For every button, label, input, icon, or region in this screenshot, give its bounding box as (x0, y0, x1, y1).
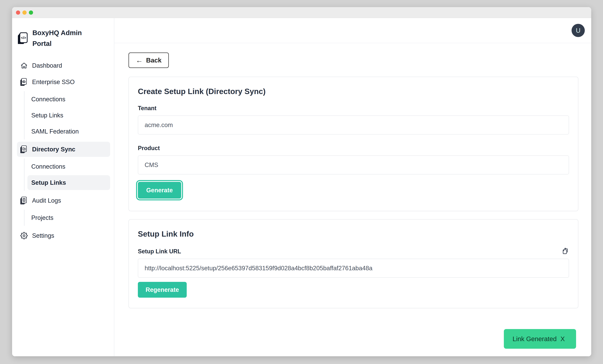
sidebar-item-label: Audit Logs (32, 197, 61, 204)
sidebar-item-directory-sync[interactable]: Directory Sync (17, 142, 110, 157)
generate-button[interactable]: Generate (138, 182, 181, 199)
home-icon (20, 62, 28, 69)
sidebar-item-label: Dashboard (32, 62, 62, 69)
desktop: { "window": { "controls": ["close", "min… (0, 0, 603, 364)
sidebar-item-label: Settings (32, 232, 54, 239)
directory-sync-submenu: Connections Setup Links (24, 158, 110, 191)
audit-logs-submenu: Projects (24, 210, 110, 226)
back-button-label: Back (146, 57, 162, 64)
brand: </> BoxyHQ Admin Portal (18, 27, 110, 49)
svg-text:</>: </> (21, 36, 26, 40)
setup-link-info-card: Setup Link Info Setup Link URL (128, 219, 578, 308)
brand-logo-icon: </> (18, 32, 28, 45)
top-header: U (114, 18, 591, 43)
toast-close-button[interactable]: X (560, 335, 565, 342)
sidebar-item-saml-federation[interactable]: SAML Federation (27, 124, 110, 139)
app-window: </> BoxyHQ Admin Portal Dashboard (12, 7, 591, 356)
brand-title: BoxyHQ Admin Portal (32, 27, 86, 49)
regenerate-button[interactable]: Regenerate (138, 282, 187, 298)
window-body: </> BoxyHQ Admin Portal Dashboard (12, 18, 591, 356)
sidebar-item-sso-setup-links[interactable]: Setup Links (27, 108, 110, 123)
audit-clipboard-icon (20, 197, 28, 205)
copy-button[interactable] (562, 247, 569, 255)
main-area: U ← Back Create Setup Link (Directory Sy… (114, 18, 591, 356)
product-label: Product (138, 145, 569, 152)
back-arrow-icon: ← (136, 57, 143, 64)
setup-link-url-label: Setup Link URL (138, 248, 181, 255)
sso-cloud-key-icon (20, 78, 28, 86)
info-card-title: Setup Link Info (138, 230, 569, 238)
create-card-title: Create Setup Link (Directory Sync) (138, 87, 569, 96)
setup-link-url-row: Setup Link URL (138, 247, 569, 255)
window-titlebar (12, 7, 591, 18)
avatar[interactable]: U (572, 24, 585, 37)
sidebar-item-settings[interactable]: Settings (17, 228, 110, 243)
zoom-window-button[interactable] (29, 11, 33, 15)
sidebar-item-dsync-setup-links[interactable]: Setup Links (27, 175, 110, 190)
sidebar-item-dashboard[interactable]: Dashboard (17, 58, 110, 73)
tenant-label: Tenant (138, 105, 569, 112)
sidebar-item-audit-logs[interactable]: Audit Logs (17, 193, 110, 208)
minimize-window-button[interactable] (23, 11, 27, 15)
directory-folder-icon (20, 145, 28, 153)
enterprise-sso-submenu: Connections Setup Links SAML Federation (24, 91, 110, 140)
gear-icon (20, 232, 28, 239)
sidebar-item-sso-connections[interactable]: Connections (27, 92, 110, 107)
tenant-input[interactable] (138, 115, 569, 134)
create-setup-link-card: Create Setup Link (Directory Sync) Tenan… (128, 77, 578, 211)
tenant-field-group: Tenant (138, 105, 569, 134)
setup-link-url-input[interactable] (138, 259, 569, 278)
back-button[interactable]: ← Back (128, 53, 169, 68)
page-content: ← Back Create Setup Link (Directory Sync… (114, 43, 591, 356)
sidebar-item-label: Enterprise SSO (32, 79, 75, 86)
sidebar-item-label: Directory Sync (32, 146, 75, 153)
product-field-group: Product (138, 145, 569, 175)
sidebar-item-dsync-connections[interactable]: Connections (27, 159, 110, 174)
toast-message: Link Generated (512, 335, 557, 342)
copy-clipboard-icon (562, 247, 569, 255)
close-window-button[interactable] (16, 11, 20, 15)
product-input[interactable] (138, 155, 569, 175)
sidebar-item-projects[interactable]: Projects (27, 210, 110, 225)
sidebar-item-enterprise-sso[interactable]: Enterprise SSO (17, 74, 110, 89)
sidebar-nav: Dashboard Enterpri (17, 57, 110, 244)
sidebar: </> BoxyHQ Admin Portal Dashboard (12, 18, 114, 356)
toast-link-generated: Link Generated X (504, 329, 576, 349)
